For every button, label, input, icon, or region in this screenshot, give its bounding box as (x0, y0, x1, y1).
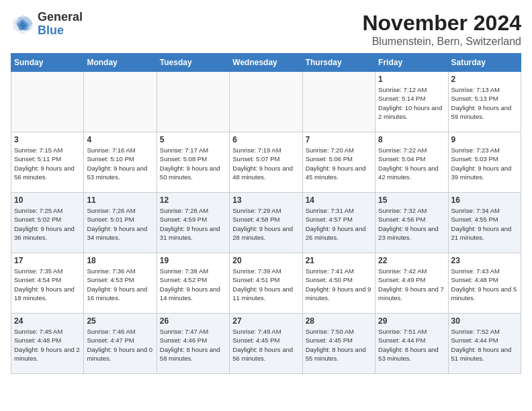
calendar-cell: 21Sunrise: 7:41 AM Sunset: 4:50 PM Dayli… (302, 253, 375, 314)
day-info: Sunrise: 7:25 AM Sunset: 5:02 PM Dayligh… (14, 206, 81, 242)
day-info: Sunrise: 7:35 AM Sunset: 4:54 PM Dayligh… (14, 267, 81, 302)
day-number: 11 (87, 195, 153, 205)
day-number: 13 (232, 195, 299, 205)
calendar-week-3: 10Sunrise: 7:25 AM Sunset: 5:02 PM Dayli… (11, 193, 521, 253)
calendar-week-1: 1Sunrise: 7:12 AM Sunset: 5:14 PM Daylig… (11, 72, 521, 132)
calendar-cell: 30Sunrise: 7:52 AM Sunset: 4:44 PM Dayli… (448, 314, 521, 374)
weekday-header-row: SundayMondayTuesdayWednesdayThursdayFrid… (11, 54, 521, 72)
day-info: Sunrise: 7:12 AM Sunset: 5:14 PM Dayligh… (378, 85, 445, 121)
day-info: Sunrise: 7:49 AM Sunset: 4:45 PM Dayligh… (232, 327, 299, 363)
header: General Blue November 2024 Blumenstein, … (11, 11, 521, 48)
weekday-header-thursday: Thursday (302, 54, 375, 72)
calendar-cell: 3Sunrise: 7:15 AM Sunset: 5:11 PM Daylig… (11, 132, 84, 193)
day-info: Sunrise: 7:36 AM Sunset: 4:53 PM Dayligh… (87, 267, 153, 302)
day-number: 15 (378, 195, 445, 205)
day-number: 12 (160, 195, 226, 205)
day-number: 2 (451, 75, 518, 84)
day-number: 22 (378, 256, 445, 265)
day-info: Sunrise: 7:51 AM Sunset: 4:44 PM Dayligh… (378, 327, 445, 363)
day-info: Sunrise: 7:50 AM Sunset: 4:45 PM Dayligh… (306, 327, 372, 363)
day-info: Sunrise: 7:22 AM Sunset: 5:04 PM Dayligh… (378, 146, 445, 181)
calendar-cell: 22Sunrise: 7:42 AM Sunset: 4:49 PM Dayli… (375, 253, 448, 314)
calendar-cell: 5Sunrise: 7:17 AM Sunset: 5:08 PM Daylig… (157, 132, 229, 193)
logo-general-text: General (38, 10, 83, 24)
title-area: November 2024 Blumenstein, Bern, Switzer… (362, 11, 521, 48)
calendar-cell: 10Sunrise: 7:25 AM Sunset: 5:02 PM Dayli… (11, 193, 84, 253)
day-number: 28 (306, 316, 372, 326)
day-number: 20 (232, 256, 299, 265)
weekday-header-wednesday: Wednesday (230, 54, 302, 72)
calendar-cell: 7Sunrise: 7:20 AM Sunset: 5:06 PM Daylig… (302, 132, 375, 193)
day-info: Sunrise: 7:41 AM Sunset: 4:50 PM Dayligh… (306, 267, 372, 302)
calendar-cell (230, 72, 302, 132)
day-number: 10 (14, 195, 81, 205)
day-number: 26 (160, 316, 226, 326)
location-subtitle: Blumenstein, Bern, Switzerland (362, 36, 521, 48)
weekday-header-saturday: Saturday (448, 54, 521, 72)
day-number: 1 (378, 75, 445, 84)
calendar-cell: 4Sunrise: 7:16 AM Sunset: 5:10 PM Daylig… (84, 132, 157, 193)
logo-icon (11, 12, 35, 36)
day-number: 25 (87, 316, 153, 326)
day-number: 3 (14, 135, 81, 144)
day-info: Sunrise: 7:42 AM Sunset: 4:49 PM Dayligh… (378, 267, 445, 302)
day-info: Sunrise: 7:20 AM Sunset: 5:06 PM Dayligh… (306, 146, 372, 181)
calendar-table: SundayMondayTuesdayWednesdayThursdayFrid… (11, 53, 521, 374)
calendar-cell: 12Sunrise: 7:28 AM Sunset: 4:59 PM Dayli… (157, 193, 229, 253)
calendar-cell: 17Sunrise: 7:35 AM Sunset: 4:54 PM Dayli… (11, 253, 84, 314)
weekday-header-sunday: Sunday (11, 54, 84, 72)
day-info: Sunrise: 7:45 AM Sunset: 4:48 PM Dayligh… (14, 327, 81, 363)
day-number: 29 (378, 316, 445, 326)
day-info: Sunrise: 7:26 AM Sunset: 5:01 PM Dayligh… (87, 206, 153, 242)
day-number: 16 (451, 195, 518, 205)
day-info: Sunrise: 7:43 AM Sunset: 4:48 PM Dayligh… (451, 267, 518, 302)
calendar-cell: 14Sunrise: 7:31 AM Sunset: 4:57 PM Dayli… (302, 193, 375, 253)
calendar-cell (84, 72, 157, 132)
day-number: 6 (232, 135, 299, 144)
calendar-week-4: 17Sunrise: 7:35 AM Sunset: 4:54 PM Dayli… (11, 253, 521, 314)
calendar-cell: 25Sunrise: 7:46 AM Sunset: 4:47 PM Dayli… (84, 314, 157, 374)
day-info: Sunrise: 7:15 AM Sunset: 5:11 PM Dayligh… (14, 146, 81, 181)
day-number: 5 (160, 135, 226, 144)
day-number: 23 (451, 256, 518, 265)
calendar-cell: 19Sunrise: 7:38 AM Sunset: 4:52 PM Dayli… (157, 253, 229, 314)
day-info: Sunrise: 7:47 AM Sunset: 4:46 PM Dayligh… (160, 327, 226, 363)
day-info: Sunrise: 7:32 AM Sunset: 4:56 PM Dayligh… (378, 206, 445, 242)
calendar-cell: 1Sunrise: 7:12 AM Sunset: 5:14 PM Daylig… (375, 72, 448, 132)
day-info: Sunrise: 7:16 AM Sunset: 5:10 PM Dayligh… (87, 146, 153, 181)
calendar-cell: 23Sunrise: 7:43 AM Sunset: 4:48 PM Dayli… (448, 253, 521, 314)
day-number: 18 (87, 256, 153, 265)
day-number: 30 (451, 316, 518, 326)
day-info: Sunrise: 7:29 AM Sunset: 4:58 PM Dayligh… (232, 206, 299, 242)
month-title: November 2024 (362, 11, 521, 36)
day-info: Sunrise: 7:39 AM Sunset: 4:51 PM Dayligh… (232, 267, 299, 302)
calendar-cell (302, 72, 375, 132)
calendar-cell: 8Sunrise: 7:22 AM Sunset: 5:04 PM Daylig… (375, 132, 448, 193)
day-info: Sunrise: 7:13 AM Sunset: 5:13 PM Dayligh… (451, 85, 518, 121)
day-info: Sunrise: 7:28 AM Sunset: 4:59 PM Dayligh… (160, 206, 226, 242)
day-info: Sunrise: 7:52 AM Sunset: 4:44 PM Dayligh… (451, 327, 518, 363)
day-info: Sunrise: 7:38 AM Sunset: 4:52 PM Dayligh… (160, 267, 226, 302)
calendar-cell: 20Sunrise: 7:39 AM Sunset: 4:51 PM Dayli… (230, 253, 302, 314)
day-info: Sunrise: 7:34 AM Sunset: 4:55 PM Dayligh… (451, 206, 518, 242)
weekday-header-tuesday: Tuesday (157, 54, 229, 72)
day-info: Sunrise: 7:46 AM Sunset: 4:47 PM Dayligh… (87, 327, 153, 363)
calendar-cell: 24Sunrise: 7:45 AM Sunset: 4:48 PM Dayli… (11, 314, 84, 374)
calendar-cell: 15Sunrise: 7:32 AM Sunset: 4:56 PM Dayli… (375, 193, 448, 253)
calendar-cell: 27Sunrise: 7:49 AM Sunset: 4:45 PM Dayli… (230, 314, 302, 374)
calendar-cell: 2Sunrise: 7:13 AM Sunset: 5:13 PM Daylig… (448, 72, 521, 132)
calendar-cell: 13Sunrise: 7:29 AM Sunset: 4:58 PM Dayli… (230, 193, 302, 253)
day-info: Sunrise: 7:31 AM Sunset: 4:57 PM Dayligh… (306, 206, 372, 242)
calendar-week-2: 3Sunrise: 7:15 AM Sunset: 5:11 PM Daylig… (11, 132, 521, 193)
logo: General Blue (11, 11, 83, 38)
weekday-header-monday: Monday (84, 54, 157, 72)
calendar-cell: 6Sunrise: 7:19 AM Sunset: 5:07 PM Daylig… (230, 132, 302, 193)
day-number: 7 (306, 135, 372, 144)
day-number: 17 (14, 256, 81, 265)
day-info: Sunrise: 7:17 AM Sunset: 5:08 PM Dayligh… (160, 146, 226, 181)
calendar-cell: 18Sunrise: 7:36 AM Sunset: 4:53 PM Dayli… (84, 253, 157, 314)
calendar-cell: 26Sunrise: 7:47 AM Sunset: 4:46 PM Dayli… (157, 314, 229, 374)
day-number: 19 (160, 256, 226, 265)
calendar-week-5: 24Sunrise: 7:45 AM Sunset: 4:48 PM Dayli… (11, 314, 521, 374)
calendar-cell: 16Sunrise: 7:34 AM Sunset: 4:55 PM Dayli… (448, 193, 521, 253)
